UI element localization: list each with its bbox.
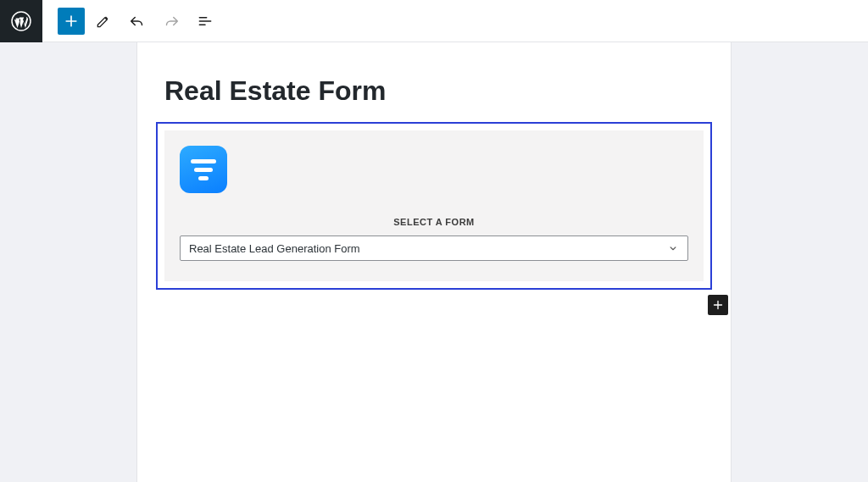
icon-bar (191, 159, 216, 163)
editor-toolbar (0, 0, 868, 42)
edit-tool-button[interactable] (88, 6, 119, 36)
form-select-value: Real Estate Lead Generation Form (189, 242, 360, 255)
icon-bar (198, 176, 209, 180)
redo-icon (162, 12, 181, 30)
editor-canvas: Real Estate Form SELECT A FORM Real Esta… (0, 42, 868, 482)
add-block-button[interactable] (58, 8, 85, 35)
pencil-icon (95, 13, 112, 30)
document-outline-button[interactable] (190, 6, 220, 36)
plus-icon (710, 297, 726, 313)
plus-icon (63, 13, 80, 30)
block-wrapper: SELECT A FORM Real Estate Lead Generatio… (137, 122, 731, 290)
icon-bar (194, 168, 213, 172)
form-select-dropdown[interactable]: Real Estate Lead Generation Form (180, 235, 688, 261)
toolbar-buttons-group (42, 6, 220, 36)
fluent-form-block[interactable]: SELECT A FORM Real Estate Lead Generatio… (156, 122, 712, 290)
form-block-inner: SELECT A FORM Real Estate Lead Generatio… (164, 130, 704, 281)
undo-button[interactable] (122, 6, 153, 36)
chevron-down-icon (667, 242, 679, 254)
redo-button[interactable] (156, 6, 186, 36)
wordpress-logo-button[interactable] (0, 0, 42, 42)
outline-icon (197, 13, 214, 30)
editor-page: Real Estate Form SELECT A FORM Real Esta… (137, 42, 731, 482)
add-block-below-button[interactable] (708, 295, 728, 315)
undo-icon (128, 12, 147, 30)
select-form-label: SELECT A FORM (180, 217, 688, 227)
post-title[interactable]: Real Estate Form (137, 75, 731, 122)
wordpress-icon (11, 11, 31, 31)
fluent-forms-icon (180, 146, 227, 193)
